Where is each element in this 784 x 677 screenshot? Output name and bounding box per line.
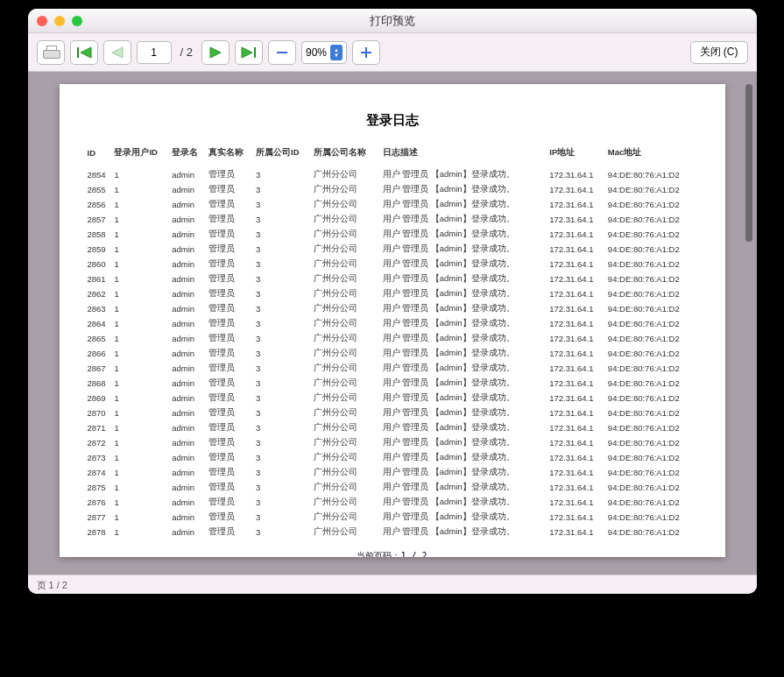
table-cell: 2872 [86,435,113,450]
table-cell: 管理员 [207,227,254,242]
table-cell: 用户 管理员 【admin】登录成功。 [381,405,548,420]
table-cell: 172.31.64.1 [547,182,606,197]
zoom-out-button[interactable] [268,40,296,65]
scrollbar-thumb[interactable] [745,84,752,242]
table-cell: 管理员 [207,376,254,391]
table-cell: 2859 [86,242,113,257]
table-cell: admin [170,182,207,197]
table-cell: 1 [112,331,170,346]
first-page-button[interactable] [70,40,98,65]
table-cell: 1 [112,197,170,212]
table-cell: 广州分公司 [312,346,381,361]
table-cell: 3 [254,227,312,242]
table-cell: 94:DE:80:76:A1:D2 [606,391,699,405]
table-cell: 3 [254,376,312,391]
table-cell: 3 [254,316,312,331]
window: 打印预览 / 2 90% ▲▼ 关闭 (C) [28,9,757,594]
table-cell: 2866 [86,346,113,361]
table-cell: 172.31.64.1 [547,480,606,495]
table-cell: 用户 管理员 【admin】登录成功。 [381,242,548,257]
table-cell: admin [170,376,207,391]
table-cell: 2871 [86,420,113,435]
table-cell: 172.31.64.1 [547,227,606,242]
table-cell: 94:DE:80:76:A1:D2 [606,435,699,450]
zoom-in-button[interactable] [352,40,380,65]
table-cell: 94:DE:80:76:A1:D2 [606,316,699,331]
table-cell: 3 [254,435,312,450]
log-table: ID登录用户ID登录名真实名称所属公司ID所属公司名称日志描述IP地址Mac地址… [86,145,699,539]
table-cell: 94:DE:80:76:A1:D2 [606,182,699,197]
table-cell: admin [170,495,207,510]
table-cell: 广州分公司 [312,242,381,257]
table-cell: 1 [112,525,170,539]
table-cell: admin [170,510,207,525]
table-cell: 172.31.64.1 [547,242,606,257]
table-cell: 用户 管理员 【admin】登录成功。 [381,212,548,227]
table-cell: 94:DE:80:76:A1:D2 [606,420,699,435]
table-cell: 管理员 [207,257,254,272]
table-row: 28771admin管理员3广州分公司用户 管理员 【admin】登录成功。17… [86,510,699,525]
table-cell: 3 [254,301,312,316]
table-cell: 广州分公司 [312,257,381,272]
table-cell: 用户 管理员 【admin】登录成功。 [381,167,548,182]
table-cell: admin [170,212,207,227]
table-cell: 管理员 [207,316,254,331]
table-cell: 3 [254,182,312,197]
table-cell: 94:DE:80:76:A1:D2 [606,405,699,420]
statusbar: 页 1 / 2 [28,575,757,594]
table-cell: 3 [254,167,312,182]
table-row: 28601admin管理员3广州分公司用户 管理员 【admin】登录成功。17… [86,257,699,272]
column-header: Mac地址 [606,145,699,167]
table-cell: 3 [254,361,312,376]
close-button[interactable]: 关闭 (C) [690,41,748,64]
table-cell: 172.31.64.1 [547,376,606,391]
table-cell: admin [170,242,207,257]
table-cell: 管理员 [207,510,254,525]
last-page-button[interactable] [235,40,263,65]
table-cell: 管理员 [207,361,254,376]
table-cell: 1 [112,272,170,286]
table-cell: 3 [254,495,312,510]
table-cell: 用户 管理员 【admin】登录成功。 [381,272,548,286]
table-cell: 广州分公司 [312,301,381,316]
table-cell: admin [170,346,207,361]
titlebar: 打印预览 [28,9,757,33]
table-cell: 管理员 [207,465,254,480]
table-cell: 172.31.64.1 [547,257,606,272]
table-cell: 广州分公司 [312,480,381,495]
table-cell: admin [170,450,207,465]
document-title: 登录日志 [86,102,699,145]
table-cell: 2875 [86,480,113,495]
table-row: 28711admin管理员3广州分公司用户 管理员 【admin】登录成功。17… [86,420,699,435]
table-cell: 94:DE:80:76:A1:D2 [606,272,699,286]
table-cell: 管理员 [207,197,254,212]
table-cell: 1 [112,376,170,391]
table-cell: 2873 [86,450,113,465]
table-cell: 广州分公司 [312,391,381,405]
zoom-select[interactable]: 90% ▲▼ [301,41,347,64]
document-page: 登录日志 ID登录用户ID登录名真实名称所属公司ID所属公司名称日志描述IP地址… [60,84,725,557]
table-cell: 用户 管理员 【admin】登录成功。 [381,331,548,346]
prev-page-button[interactable] [103,40,131,65]
table-cell: 2867 [86,361,113,376]
print-button[interactable] [37,40,65,65]
table-cell: 广州分公司 [312,286,381,301]
table-cell: 94:DE:80:76:A1:D2 [606,495,699,510]
table-cell: 2858 [86,227,113,242]
table-cell: 1 [112,450,170,465]
table-cell: 3 [254,331,312,346]
table-cell: 94:DE:80:76:A1:D2 [606,510,699,525]
column-header: 所属公司ID [254,145,312,167]
table-cell: 管理员 [207,450,254,465]
table-cell: 广州分公司 [312,495,381,510]
vertical-scrollbar[interactable] [743,84,755,562]
zoom-stepper-icon: ▲▼ [330,45,343,60]
table-cell: admin [170,465,207,480]
page-total-label: / 2 [177,46,196,59]
next-page-button[interactable] [201,40,230,65]
page-number-input[interactable] [137,41,172,64]
first-page-icon [75,46,93,59]
table-row: 28701admin管理员3广州分公司用户 管理员 【admin】登录成功。17… [86,405,699,420]
table-cell: 管理员 [207,212,254,227]
table-cell: 94:DE:80:76:A1:D2 [606,465,699,480]
